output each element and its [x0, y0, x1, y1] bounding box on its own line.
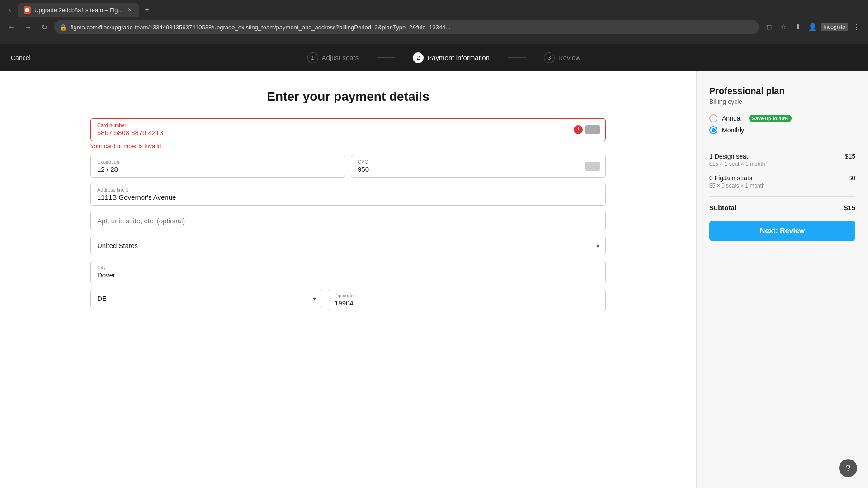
step-3[interactable]: 3 Review	[544, 52, 580, 63]
state-zip-row: DE Zip code	[90, 289, 606, 311]
divider-1	[709, 145, 855, 145]
design-seat-price: $15	[845, 153, 855, 160]
figjam-seat-item: 0 FigJam seats $5 × 0 seats × 1 month $0	[709, 174, 855, 189]
save-badge: Save up to 40%	[749, 115, 792, 122]
city-input[interactable]	[97, 271, 599, 279]
card-number-label: Card number	[97, 122, 599, 128]
cvc-label: CVC	[358, 159, 599, 164]
zip-wrapper: Zip code	[328, 289, 606, 311]
subtotal-row: Subtotal $15	[709, 204, 855, 211]
country-wrapper: United States	[90, 236, 606, 255]
step-3-label: Review	[558, 54, 580, 61]
new-tab-button[interactable]: +	[141, 4, 153, 16]
help-button[interactable]: ?	[839, 459, 857, 477]
design-seat-item: 1 Design seat $15 × 1 seat × 1 month $15	[709, 153, 855, 167]
step-2-label: Payment information	[427, 54, 490, 61]
help-icon: ?	[846, 464, 850, 473]
monthly-option[interactable]: Monthly	[709, 126, 855, 134]
browser-toolbar: ← → ↻ 🔒 figma.com/files/upgrade-team/133…	[0, 17, 868, 37]
plan-name: Professional plan	[709, 86, 855, 96]
cvc-input[interactable]	[358, 165, 579, 173]
design-seat-label: 1 Design seat	[709, 153, 765, 160]
country-field-group: United States	[90, 236, 606, 255]
cvc-field-group: CVC	[351, 155, 606, 178]
form-area: Enter your payment details Card number !…	[0, 71, 696, 488]
annual-label: Annual	[722, 115, 742, 122]
step-1[interactable]: 1 Adjust seats	[307, 52, 359, 63]
monthly-label: Monthly	[722, 127, 744, 134]
step-1-label: Adjust seats	[322, 54, 359, 61]
city-field-group: City	[90, 261, 606, 283]
state-select[interactable]: DE	[90, 289, 322, 308]
profile-icon[interactable]: 👤	[806, 21, 819, 33]
tab-close-button[interactable]: ✕	[126, 6, 133, 14]
form-title: Enter your payment details	[90, 89, 606, 104]
tab-prev-button[interactable]: ‹	[4, 4, 16, 16]
card-brand-icon	[585, 125, 600, 134]
card-error-icon: !	[574, 125, 600, 134]
design-seat-sub: $15 × 1 seat × 1 month	[709, 161, 765, 167]
card-number-wrapper: Card number !	[90, 118, 606, 141]
state-wrapper: DE	[90, 289, 322, 308]
browser-tab[interactable]: Upgrade 2edcb8a1's team – Fig... ✕	[18, 3, 139, 17]
divider-2	[709, 196, 855, 197]
forward-button[interactable]: →	[22, 21, 34, 33]
step-2[interactable]: 2 Payment information	[413, 52, 490, 63]
figjam-seat-label: 0 FigJam seats	[709, 174, 765, 182]
step-1-number: 1	[307, 52, 318, 63]
address2-field-group	[90, 211, 606, 230]
annual-radio[interactable]	[709, 114, 717, 122]
tab-title: Upgrade 2edcb8a1's team – Fig...	[34, 7, 123, 14]
subtotal-price: $15	[844, 204, 855, 211]
tab-favicon	[24, 6, 31, 14]
figjam-seat-sub: $5 × 0 seats × 1 month	[709, 183, 765, 189]
address1-field-group: Address line 1	[90, 183, 606, 206]
zip-label: Zip code	[335, 293, 599, 298]
step-3-number: 3	[544, 52, 555, 63]
address1-label: Address line 1	[97, 187, 599, 192]
app-header: Cancel 1 Adjust seats 2 Payment informat…	[0, 44, 868, 71]
billing-cycle-label: Billing cycle	[709, 98, 855, 105]
next-review-button[interactable]: Next: Review	[709, 221, 855, 241]
cvc-wrapper: CVC	[351, 155, 606, 178]
zip-field-group: Zip code	[328, 289, 606, 311]
menu-button[interactable]: ⋮	[850, 21, 863, 33]
country-select[interactable]: United States	[90, 236, 606, 255]
bookmark-icon[interactable]: ☆	[777, 21, 790, 33]
step-separator-2	[508, 57, 526, 58]
address-bar[interactable]: 🔒 figma.com/files/upgrade-team/133449813…	[54, 20, 759, 34]
address2-input[interactable]	[90, 211, 606, 230]
error-dot: !	[574, 125, 583, 134]
expiration-input[interactable]	[97, 165, 339, 173]
monthly-radio[interactable]	[709, 126, 717, 134]
city-label: City	[97, 265, 599, 270]
back-button[interactable]: ←	[5, 21, 18, 33]
step-2-number: 2	[413, 52, 424, 63]
svg-point-0	[25, 8, 29, 12]
reload-button[interactable]: ↻	[38, 21, 51, 33]
main-content: Enter your payment details Card number !…	[0, 71, 868, 488]
download-icon[interactable]: ⬇	[792, 21, 804, 33]
url-text: figma.com/files/upgrade-team/13344981356…	[71, 24, 450, 31]
step-nav: 1 Adjust seats 2 Payment information 3 R…	[31, 52, 857, 63]
cvc-icon	[585, 162, 600, 171]
card-error-message: Your card number is invalid.	[90, 143, 606, 150]
card-number-field-group: Card number ! Your card number is invali…	[90, 118, 606, 150]
card-number-input[interactable]	[97, 129, 576, 136]
subtotal-label: Subtotal	[709, 204, 736, 211]
lock-icon: 🔒	[60, 24, 67, 31]
browser-tabs: ‹ Upgrade 2edcb8a1's team – Fig... ✕ +	[0, 0, 868, 17]
annual-option[interactable]: Annual Save up to 40%	[709, 114, 855, 122]
city-wrapper: City	[90, 261, 606, 283]
toolbar-actions: ⊡ ☆ ⬇ 👤 Incognito ⋮	[763, 21, 863, 33]
incognito-badge: Incognito	[821, 23, 848, 31]
expiration-wrapper: Expiration	[90, 155, 345, 178]
right-panel: Professional plan Billing cycle Annual S…	[696, 71, 868, 488]
browser-chrome: ‹ Upgrade 2edcb8a1's team – Fig... ✕ + ←…	[0, 0, 868, 44]
figjam-seat-price: $0	[848, 174, 855, 182]
expiration-field-group: Expiration	[90, 155, 345, 178]
zip-input[interactable]	[335, 299, 599, 307]
cancel-button[interactable]: Cancel	[11, 52, 31, 64]
cast-icon[interactable]: ⊡	[763, 21, 775, 33]
address1-input[interactable]	[97, 193, 599, 201]
